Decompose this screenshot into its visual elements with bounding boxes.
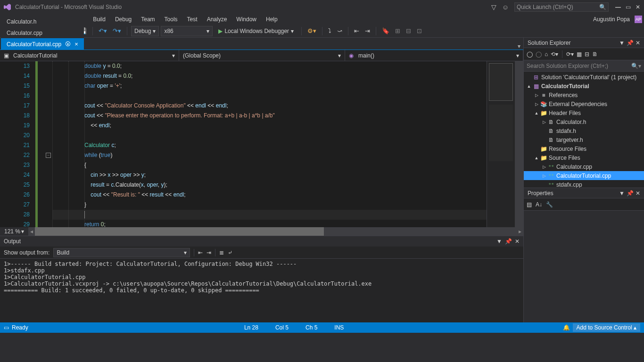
close-tab-icon[interactable]: × xyxy=(74,41,78,48)
proj-icon: ▦ xyxy=(532,83,540,90)
menu-tools[interactable]: Tools xyxy=(160,15,182,24)
platform-dropdown[interactable]: x86▾ xyxy=(161,26,213,36)
se-search-input[interactable]: Search Solution Explorer (Ctrl+;) 🔍▾ xyxy=(524,60,644,72)
prop-pin-icon[interactable]: 📌 xyxy=(627,190,634,197)
uncomment-icon[interactable]: ⊟ xyxy=(404,26,413,36)
tree-resource-files[interactable]: 📁Resource Files xyxy=(524,144,644,153)
toggle-icon[interactable]: ⊡ xyxy=(415,26,424,36)
close-button[interactable]: ✕ xyxy=(636,4,640,10)
bookmark-icon[interactable]: 🔖 xyxy=(380,26,391,36)
config-dropdown[interactable]: Debug▾ xyxy=(131,26,159,36)
se-dropdown-icon[interactable]: ▼ xyxy=(619,40,625,46)
output-clear-icon[interactable]: ≣ xyxy=(219,249,224,256)
feedback-icon[interactable]: ☺ xyxy=(502,3,509,11)
prop-categorized-icon[interactable]: ▤ xyxy=(527,201,532,208)
flag-icon[interactable]: ▽ xyxy=(491,3,496,11)
se-sync-icon[interactable]: ⟲▾ xyxy=(551,51,558,58)
horizontal-scrollbar[interactable]: 121 %▾ ◂ ▸ xyxy=(0,227,523,236)
redo-button[interactable]: ↷▾ xyxy=(111,26,123,36)
search-icon: 🔍▾ xyxy=(631,63,641,69)
menu-team[interactable]: Team xyxy=(136,15,159,24)
tab-calculatortutorial-cpp[interactable]: CalculatorTutorial.cpp ⦿ × xyxy=(1,38,84,49)
source-control-button[interactable]: Add to Source Control ▴ xyxy=(573,323,640,332)
se-showall-icon[interactable]: ▦ xyxy=(577,51,582,58)
menu-debug[interactable]: Debug xyxy=(110,15,136,24)
output-next-icon[interactable]: ⇥ xyxy=(206,249,211,256)
pin-icon[interactable]: ⦿ xyxy=(65,41,71,48)
tree-stdafx-cpp[interactable]: ⁺⁺stdafx.cpp xyxy=(524,180,644,188)
comment-icon[interactable]: ⊞ xyxy=(393,26,402,36)
solution-explorer-header: Solution Explorer ▼ 📌 ✕ xyxy=(524,38,644,48)
output-pin-icon[interactable]: 📌 xyxy=(505,238,512,245)
tree-calculatortutorial[interactable]: ▲▦CalculatorTutorial xyxy=(524,82,644,90)
se-properties-icon[interactable]: 🗎 xyxy=(592,51,598,58)
user-avatar[interactable]: AP xyxy=(635,16,642,23)
nav-class-dropdown[interactable]: ▣ CalculatorTutorial▾ xyxy=(0,50,179,61)
menu-test[interactable]: Test xyxy=(182,15,202,24)
tree-calculatortutorial-cpp[interactable]: ▷⁺⁺CalculatorTutorial.cpp xyxy=(524,171,644,180)
se-close-icon[interactable]: ✕ xyxy=(636,40,640,46)
tree-stdafx-h[interactable]: 🗎stdafx.h xyxy=(524,126,644,135)
nav-scope-dropdown[interactable]: (Global Scope)▾ xyxy=(179,50,345,61)
tab-overflow-icon[interactable]: ▾ xyxy=(515,43,523,49)
code-area[interactable]: double y = 0.0;double result = 0.0;char … xyxy=(52,61,487,227)
prop-dropdown-icon[interactable]: ▼ xyxy=(619,190,625,197)
tab-calculator-cpp[interactable]: Calculator.cpp xyxy=(1,27,84,38)
undo-button[interactable]: ↶▾ xyxy=(97,26,109,36)
tab-calculator-h[interactable]: Calculator.h xyxy=(1,16,84,27)
prop-close-icon[interactable]: ✕ xyxy=(636,190,640,197)
start-debug-button[interactable]: ▶Local Windows Debugger▾ xyxy=(215,26,297,36)
editor[interactable]: 13141516171819202122232425262728293031 −… xyxy=(0,61,523,227)
menu-analyze[interactable]: Analyze xyxy=(202,15,232,24)
output-source-dropdown[interactable]: Build▾ xyxy=(53,248,190,257)
vertical-scrollbar[interactable] xyxy=(515,61,523,227)
zoom-dropdown[interactable]: 121 %▾ xyxy=(0,227,28,236)
tree-header-files[interactable]: ▲📁Header Files xyxy=(524,108,644,117)
output-close-icon[interactable]: ✕ xyxy=(515,238,520,245)
indent-less-icon[interactable]: ⇤ xyxy=(352,26,361,36)
fld-icon: 📁 xyxy=(540,146,547,152)
tree-external-dependencies[interactable]: ▷📚External Dependencies xyxy=(524,99,644,108)
fold-column[interactable]: − xyxy=(45,61,52,227)
notifications-icon[interactable]: 🔔 xyxy=(563,324,570,331)
se-home-icon[interactable]: ⌂ xyxy=(545,51,548,58)
output-wrap-icon[interactable]: ⤶ xyxy=(228,249,232,256)
se-collapse-icon[interactable]: ⊟ xyxy=(585,51,589,58)
minimize-button[interactable]: — xyxy=(615,4,621,10)
se-pin-icon[interactable]: 📌 xyxy=(627,40,634,46)
process-button[interactable]: ⚙▾ xyxy=(305,26,318,36)
properties-header: Properties ▼ 📌 ✕ xyxy=(524,188,644,198)
output-dropdown-icon[interactable]: ▼ xyxy=(496,238,502,245)
step-over-icon[interactable]: ⤻ xyxy=(335,26,344,36)
minimap[interactable] xyxy=(487,61,515,227)
tree-source-files[interactable]: ▲📁Source Files xyxy=(524,153,644,162)
status-ch: Ch 5 xyxy=(297,324,326,331)
indent-more-icon[interactable]: ⇥ xyxy=(363,26,372,36)
step-into-icon[interactable]: ⤵ xyxy=(326,26,333,36)
menu-build[interactable]: Build xyxy=(88,15,110,24)
tree-targetver-h[interactable]: 🗎targetver.h xyxy=(524,135,644,144)
nav-bar: ▣ CalculatorTutorial▾ (Global Scope)▾ ◉ … xyxy=(0,50,523,61)
maximize-button[interactable]: ▭ xyxy=(626,4,631,10)
tree-calculator-cpp[interactable]: ▷⁺⁺Calculator.cpp xyxy=(524,162,644,171)
output-text[interactable]: 1>------ Build started: Project: Calcula… xyxy=(0,259,523,322)
method-icon: ◉ xyxy=(349,52,355,59)
quick-launch-input[interactable]: Quick Launch (Ctrl+Q) 🔍 xyxy=(514,2,609,12)
tree-solution-calculatortutorial-1-project-[interactable]: ⊞Solution 'CalculatorTutorial' (1 projec… xyxy=(524,73,644,82)
status-bar: ▭ Ready Ln 28 Col 5 Ch 5 INS 🔔 Add to So… xyxy=(0,322,644,333)
output-prev-icon[interactable]: ⇤ xyxy=(198,249,203,256)
line-numbers: 13141516171819202122232425262728293031 xyxy=(0,61,35,227)
prop-sort-icon[interactable]: A↓ xyxy=(536,201,542,208)
se-refresh-icon[interactable]: ⟳▾ xyxy=(566,51,574,58)
solution-tree[interactable]: ⊞Solution 'CalculatorTutorial' (1 projec… xyxy=(524,72,644,188)
se-fwd-icon[interactable]: ◯ xyxy=(536,51,542,58)
tree-references[interactable]: ▷■References xyxy=(524,90,644,99)
menu-window[interactable]: Window xyxy=(231,15,261,24)
prop-wrench-icon[interactable]: 🔧 xyxy=(546,201,553,208)
se-back-icon[interactable]: ◯ xyxy=(527,51,533,58)
user-name[interactable]: Augustin Popa xyxy=(590,16,633,23)
tree-calculator-h[interactable]: ▷🗎Calculator.h xyxy=(524,117,644,126)
menu-help[interactable]: Help xyxy=(261,15,282,24)
se-toolbar: ◯ ◯ ⌂ ⟲▾ ⟳▾ ▦ ⊟ 🗎 xyxy=(524,48,644,60)
nav-member-dropdown[interactable]: ◉ main()▾ xyxy=(345,50,523,61)
